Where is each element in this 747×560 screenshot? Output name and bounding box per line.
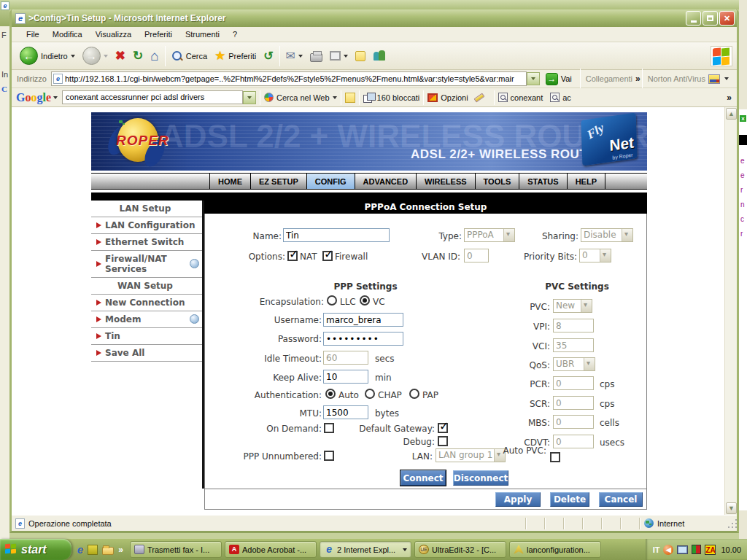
fullscreen-dropdown-icon[interactable] — [344, 55, 348, 58]
norton-icon[interactable] — [708, 74, 720, 84]
connect-button[interactable]: Connect — [400, 470, 446, 486]
address-combo[interactable]: e http://192.168.1.1/cgi-bin/webcm?getpa… — [51, 71, 527, 86]
sidebar-item-save-all[interactable]: Save All — [91, 345, 202, 362]
search-web-dropdown-icon[interactable] — [333, 96, 337, 99]
popup-blocker-button[interactable]: 160 bloccati — [363, 93, 420, 102]
refresh-button[interactable]: ↻ — [129, 50, 147, 62]
zonealarm-tray-icon[interactable]: ZA — [705, 545, 716, 555]
search-term-button-2[interactable]: ac — [550, 93, 571, 102]
vertical-scrollbar[interactable]: ▲ ▼ — [724, 107, 737, 515]
sidebar-item-new-connection[interactable]: New Connection — [91, 295, 202, 311]
tab-config[interactable]: CONFIG — [306, 174, 355, 189]
task-button-acrobat[interactable]: A Adobe Acrobat -... — [225, 541, 317, 558]
highlighter-icon[interactable] — [473, 93, 484, 102]
debug-checkbox[interactable] — [438, 436, 448, 446]
vc-radio[interactable] — [360, 295, 370, 306]
auth-auto-radio[interactable] — [325, 389, 336, 399]
norton-dropdown-icon[interactable] — [724, 77, 729, 80]
task-group-dropdown-icon[interactable] — [403, 548, 407, 551]
options-button[interactable]: Opzioni — [427, 93, 468, 102]
tray-collapse-icon[interactable]: ◀ — [663, 545, 673, 555]
resize-grip[interactable] — [727, 518, 737, 529]
delete-button[interactable]: Delete — [550, 492, 589, 507]
messenger-button[interactable] — [369, 50, 390, 62]
close-button[interactable]: ✕ — [719, 11, 735, 26]
history-button[interactable]: ↺ — [260, 50, 276, 62]
keep-alive-input[interactable] — [323, 370, 368, 384]
google-logo[interactable]: Google — [16, 91, 51, 104]
forward-button[interactable]: → — [79, 47, 112, 65]
google-search-input[interactable]: conexant accessrunner pci adsl drivers — [62, 90, 243, 104]
tab-help[interactable]: HELP — [567, 174, 605, 189]
task-button-ultraedit[interactable]: UE UltraEdit-32 - [C... — [414, 541, 506, 558]
discuss-button[interactable] — [352, 51, 369, 61]
home-button[interactable]: ⌂ — [147, 50, 162, 62]
google-dropdown-icon[interactable] — [53, 96, 58, 99]
back-button[interactable]: ← Indietro — [16, 47, 79, 65]
titlebar[interactable]: e >Config>Tin Setup - Microsoft Internet… — [12, 9, 737, 27]
quick-launch-chevron[interactable]: » — [118, 545, 123, 555]
minimize-button[interactable] — [686, 11, 701, 26]
expand-icon[interactable] — [190, 314, 199, 324]
fullscreen-button[interactable] — [326, 51, 352, 61]
tab-tools[interactable]: TOOLS — [475, 174, 519, 189]
url-text[interactable]: http://192.168.1.1/cgi-bin/webcm?getpage… — [65, 74, 526, 83]
tab-ez-setup[interactable]: EZ SETUP — [250, 174, 306, 189]
language-indicator[interactable]: IT — [653, 545, 660, 554]
scroll-down-button[interactable]: ▼ — [726, 502, 737, 514]
google-overflow-chevron[interactable]: » — [727, 93, 731, 103]
sidebar-item-tin[interactable]: Tin — [91, 328, 202, 345]
sharing-select[interactable]: Disable — [581, 228, 633, 242]
google-search-dropdown[interactable] — [243, 91, 256, 104]
task-button-lanconfiguration[interactable]: lanconfiguration... — [509, 541, 601, 558]
address-dropdown-button[interactable] — [527, 72, 540, 85]
search-button[interactable]: Cerca — [168, 50, 211, 62]
cancel-button[interactable]: Cancel — [599, 492, 643, 507]
name-input[interactable] — [283, 228, 390, 242]
firewall-checkbox[interactable] — [322, 251, 333, 261]
mail-dropdown-icon[interactable] — [298, 55, 303, 58]
sidebar-item-firewall-nat-services[interactable]: Firewall/NAT Services — [91, 251, 202, 278]
tab-status[interactable]: STATUS — [519, 174, 566, 189]
username-input[interactable] — [323, 313, 403, 327]
task-button-fax[interactable]: Trasmetti fax - I... — [130, 541, 222, 558]
app-tray-icon[interactable] — [692, 545, 701, 554]
print-button[interactable] — [306, 50, 326, 62]
stop-button[interactable]: ✖ — [112, 50, 129, 62]
sidebar-item-modem[interactable]: Modem — [91, 311, 202, 328]
default-gateway-checkbox[interactable] — [438, 423, 448, 433]
auth-chap-radio[interactable] — [365, 389, 375, 399]
quick-launch-app-icon[interactable] — [88, 545, 98, 555]
auth-pap-radio[interactable] — [409, 389, 419, 399]
norton-label[interactable]: Norton AntiVirus — [645, 74, 708, 83]
menu-view[interactable]: Visualizza — [89, 28, 138, 40]
back-dropdown-icon[interactable] — [71, 55, 75, 58]
menu-file[interactable]: File — [20, 28, 46, 40]
password-input[interactable] — [323, 332, 403, 346]
go-button[interactable]: → Vai — [540, 73, 578, 85]
menu-help[interactable]: ? — [226, 28, 244, 40]
search-term-button-1[interactable]: conexant — [498, 93, 543, 102]
mtu-input[interactable] — [323, 405, 368, 419]
apply-button[interactable]: Apply — [495, 492, 541, 507]
news-icon[interactable] — [345, 93, 355, 103]
quick-launch-ie-icon[interactable]: e — [77, 543, 83, 556]
search-web-button[interactable]: Cerca nel Web — [264, 93, 337, 102]
tab-advanced[interactable]: ADVANCED — [355, 174, 417, 189]
expand-icon[interactable] — [190, 259, 199, 268]
nat-checkbox[interactable] — [287, 251, 298, 261]
sidebar-item-ethernet-switch[interactable]: Ethernet Switch — [91, 234, 202, 251]
menu-tools[interactable]: Strumenti — [179, 28, 226, 40]
favorites-button[interactable]: ★ Preferiti — [211, 50, 260, 62]
network-tray-icon[interactable] — [677, 545, 688, 554]
auto-pvc-checkbox[interactable] — [550, 452, 560, 462]
menu-edit[interactable]: Modifica — [46, 28, 89, 40]
maximize-button[interactable] — [703, 11, 718, 26]
quick-launch-folder-icon[interactable] — [102, 547, 114, 555]
menu-favorites[interactable]: Preferiti — [138, 28, 179, 40]
links-chevron-icon[interactable]: » — [635, 74, 640, 84]
tab-wireless[interactable]: WIRELESS — [416, 174, 474, 189]
sidebar-item-lan-configuration[interactable]: LAN Configuration — [91, 217, 202, 234]
llc-radio[interactable] — [327, 295, 337, 306]
mail-button[interactable]: ✉ — [282, 50, 306, 62]
